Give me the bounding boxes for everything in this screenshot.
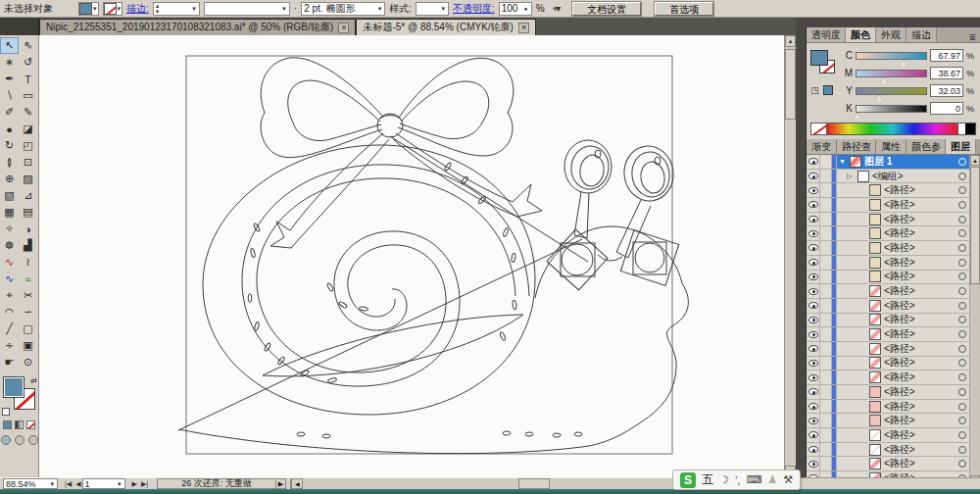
layer-thumbnail[interactable] <box>869 458 881 469</box>
layer-label[interactable]: <路径> <box>884 213 915 226</box>
scroll-up-icon[interactable]: ▲ <box>785 35 796 47</box>
target-circle-icon[interactable] <box>958 244 966 252</box>
target-circle-icon[interactable] <box>958 173 966 180</box>
disclosure-triangle-icon[interactable]: ▷ <box>847 173 855 180</box>
target-circle-icon[interactable] <box>958 186 966 194</box>
layer-thumbnail[interactable] <box>869 357 881 369</box>
select-similar-icon[interactable]: ⌖▾ <box>553 3 560 15</box>
mesh-tool[interactable]: ▦ <box>0 204 19 221</box>
panel-tab[interactable]: 透明度 <box>807 27 846 42</box>
visibility-toggle[interactable] <box>807 226 820 240</box>
lock-toggle[interactable] <box>820 314 832 327</box>
sogou-logo[interactable]: S <box>680 472 696 488</box>
layer-label[interactable]: <路径> <box>884 183 915 197</box>
type-tool[interactable]: T <box>19 71 37 87</box>
layer-thumbnail[interactable] <box>869 401 881 413</box>
document-tab[interactable]: 未标题-5* @ 88.54% (CMYK/轮廓) × <box>356 19 536 35</box>
input-mode-label[interactable]: 五 <box>702 471 713 488</box>
canvas-area[interactable]: ▲ ▼ <box>39 35 796 477</box>
target-circle-icon[interactable] <box>958 158 966 166</box>
lock-toggle[interactable] <box>820 428 832 442</box>
layer-row[interactable]: <路径> <box>807 370 980 385</box>
draw-inside-button[interactable] <box>28 435 38 445</box>
target-circle-icon[interactable] <box>958 446 966 454</box>
target-circle-icon[interactable] <box>958 403 966 411</box>
lock-toggle[interactable] <box>820 342 832 356</box>
layer-row[interactable]: <路径> <box>807 314 980 328</box>
status-readout[interactable]: 26 次还原: 无重做 ▶ <box>157 478 286 489</box>
layer-row[interactable]: <路径> <box>807 385 980 400</box>
target-circle-icon[interactable] <box>958 373 966 381</box>
live-paint-bucket-tool[interactable]: ▨ <box>19 171 37 187</box>
layer-label[interactable]: <路径> <box>884 226 915 240</box>
layer-thumbnail[interactable] <box>869 328 881 340</box>
slider-track[interactable] <box>856 87 927 95</box>
black-swatch[interactable] <box>965 124 975 134</box>
panel-tab[interactable]: 颜色 <box>846 27 876 42</box>
swap-fill-stroke-icon[interactable]: ⇄ <box>30 376 37 385</box>
shape-builder-tool[interactable]: ⊕ <box>0 171 19 187</box>
slider-track[interactable] <box>856 105 927 113</box>
close-icon[interactable]: × <box>518 23 529 33</box>
toolbox-icon[interactable]: ⚒ <box>783 473 793 486</box>
channel-value[interactable]: 67.97 <box>930 49 963 62</box>
visibility-toggle[interactable] <box>807 299 820 313</box>
layer-label[interactable]: <路径> <box>884 428 915 442</box>
layer-row[interactable]: <路径> <box>807 256 980 271</box>
channel-value[interactable]: 0 <box>930 102 963 115</box>
lock-toggle[interactable] <box>820 443 832 457</box>
lock-toggle[interactable] <box>820 327 832 341</box>
lock-toggle[interactable] <box>820 198 832 212</box>
target-circle-icon[interactable] <box>958 330 966 338</box>
scroll-up-icon[interactable]: ▲ <box>970 155 980 166</box>
layer-thumbnail[interactable] <box>869 242 881 254</box>
target-circle-icon[interactable] <box>958 388 966 396</box>
hand-tool[interactable]: ☛ <box>0 354 19 370</box>
target-circle-icon[interactable] <box>958 460 966 468</box>
last-artboard-button[interactable]: ▶| <box>140 480 149 488</box>
layer-label[interactable]: <编组> <box>872 170 904 183</box>
visibility-toggle[interactable] <box>807 385 820 399</box>
panel-tab[interactable]: 图层 <box>946 139 976 154</box>
visibility-toggle[interactable] <box>807 443 820 457</box>
none-mode-button[interactable] <box>26 420 35 429</box>
slider-track[interactable] <box>856 52 927 60</box>
perspective-grid-tool[interactable]: ⊿ <box>19 187 37 204</box>
stroke-color-swatch[interactable]: ▾ <box>103 2 123 16</box>
brush-variant-tool-3[interactable]: ∿ <box>0 271 19 287</box>
layer-thumbnail[interactable] <box>869 214 881 225</box>
symbol-sprayer-tool[interactable]: ☸ <box>0 237 19 254</box>
lock-toggle[interactable] <box>820 170 832 183</box>
layer-label[interactable]: 图层 1 <box>864 155 892 169</box>
target-circle-icon[interactable] <box>958 359 966 367</box>
document-setup-button[interactable]: 文档设置 <box>572 2 641 16</box>
panel-tab[interactable]: 外观 <box>876 27 906 42</box>
lasso-tool[interactable]: ↺ <box>19 54 37 71</box>
brush-variant-tool-4[interactable]: ≈ <box>19 271 37 287</box>
slice-tool[interactable]: ✂ <box>19 287 37 304</box>
lock-toggle[interactable] <box>820 256 832 270</box>
gradient-tool[interactable]: ▤ <box>19 204 37 221</box>
next-artboard-button[interactable]: ▶ <box>131 480 138 488</box>
visibility-toggle[interactable] <box>807 213 820 226</box>
lock-toggle[interactable] <box>820 457 832 470</box>
page-tool[interactable]: ▢ <box>19 321 37 337</box>
layer-label[interactable]: <路径> <box>884 270 915 283</box>
rotate-tool[interactable]: ↻ <box>0 137 19 154</box>
artboard-number-combo[interactable]: 1 ▾ <box>82 478 125 489</box>
color-mode-button[interactable] <box>3 420 12 429</box>
layer-thumbnail[interactable] <box>869 371 881 383</box>
target-circle-icon[interactable] <box>958 302 966 310</box>
lock-toggle[interactable] <box>820 284 832 298</box>
layer-label[interactable]: <路径> <box>884 385 915 399</box>
visibility-toggle[interactable] <box>807 428 820 442</box>
layer-label[interactable]: <路径> <box>884 198 915 212</box>
layer-thumbnail[interactable] <box>869 415 881 426</box>
layer-row[interactable]: <路径> <box>807 443 980 458</box>
pencil-tool[interactable]: ✎ <box>19 104 37 121</box>
lock-toggle[interactable] <box>820 400 832 414</box>
layer-label[interactable]: <路径> <box>884 400 915 414</box>
default-swatches-icon[interactable] <box>2 408 10 416</box>
layer-thumbnail[interactable] <box>869 386 881 398</box>
fill-swatch[interactable] <box>3 376 24 398</box>
